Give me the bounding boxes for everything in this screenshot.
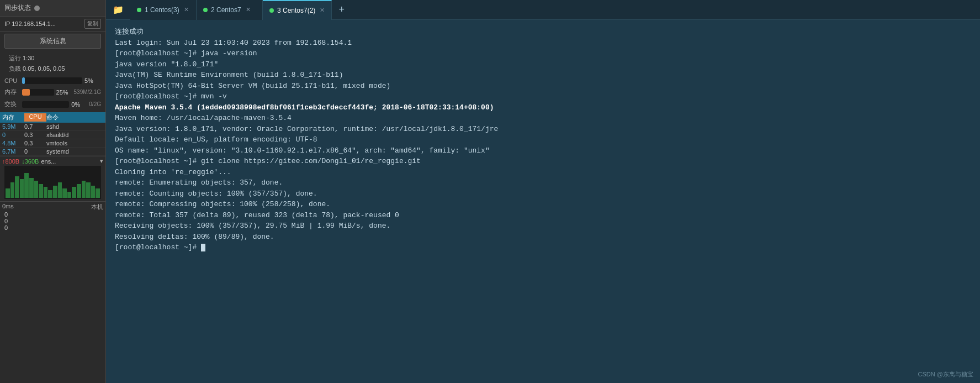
terminal-line: [root@localhost ~]# git clone https://gi… (115, 156, 971, 167)
process-row: 5.9M 0.7 sshd (0, 123, 105, 131)
mem-detail: 539M/2.1G (74, 89, 101, 95)
ping-values: 000 (2, 211, 103, 231)
tab-add-button[interactable]: + (332, 0, 351, 20)
chart-bar (82, 181, 86, 198)
terminal[interactable]: 连接成功Last login: Sun Jul 23 11:03:40 2023… (106, 20, 980, 383)
process-row: 4.8M 0.3 vmtools (0, 139, 105, 148)
proc-mem: 4.8M (2, 140, 24, 146)
ping-location: 本机 (91, 203, 103, 211)
terminal-line: Java version: 1.8.0_171, vendor: Oracle … (115, 124, 971, 135)
chart-bar (58, 182, 62, 198)
mem-stat-row: 内存 25% 539M/2.1G (0, 87, 105, 97)
chart-bar (86, 182, 91, 198)
chart-bar (34, 181, 39, 198)
terminal-line: Resolving deltas: 100% (89/89), done. (115, 232, 971, 243)
terminal-line: [root@localhost ~]# java -version (115, 48, 971, 59)
mem-bar-container (22, 89, 54, 96)
chart-bar (67, 192, 72, 198)
chart-bar (15, 176, 19, 198)
folder-icon[interactable]: 📁 (106, 0, 130, 19)
terminal-line: Java(TM) SE Runtime Environment (build 1… (115, 70, 971, 81)
tab-3[interactable]: 3 Centos7(2) ✕ (263, 0, 332, 20)
terminal-line: Default locale: en_US, platform encoding… (115, 134, 971, 145)
proc-cmd: systemd (46, 148, 103, 155)
swap-label: 交换 (4, 100, 22, 108)
tab-close-2[interactable]: ✕ (246, 6, 251, 13)
main-content: 📁 1 Centos(3) ✕ 2 Centos7 ✕ 3 Centos7(2)… (106, 0, 980, 383)
chart-bar (48, 190, 52, 198)
mem-bar-fill (22, 89, 30, 96)
network-section: ↑800B ↓360B ens... ▾ (0, 156, 105, 201)
terminal-line: Java HotSpot(TM) 64-Bit Server VM (build… (115, 81, 971, 92)
terminal-line: remote: Total 357 (delta 89), reused 323… (115, 210, 971, 221)
sync-status-header: 同步状态 (0, 0, 105, 17)
terminal-line: java version "1.8.0_171" (115, 59, 971, 70)
chart-bar (39, 184, 43, 198)
copy-button[interactable]: 复制 (84, 19, 101, 29)
swap-value: 0% (71, 101, 88, 108)
terminal-line: [root@localhost ~]# (115, 242, 971, 253)
chart-bar (77, 184, 81, 198)
tab-1[interactable]: 1 Centos(3) ✕ (130, 0, 197, 20)
run-load-section: 运行 1:30 负载 0.05, 0.05, 0.05 (0, 51, 105, 76)
load-label-value: 负载 0.05, 0.05, 0.05 (9, 65, 97, 73)
net-upload: ↑800B (2, 158, 19, 165)
tab-label-3: 3 Centos7(2) (277, 7, 315, 14)
terminal-line: Maven home: /usr/local/apache-maven-3.5.… (115, 113, 971, 124)
chart-bar (72, 187, 76, 198)
cpu-bar-container (22, 77, 82, 84)
cpu-bar-fill (22, 77, 25, 84)
chart-bar (62, 188, 67, 198)
chart-bar (91, 186, 96, 198)
proc-cpu: 0 (24, 148, 46, 155)
chart-bar (96, 188, 100, 198)
chart-bar (6, 188, 10, 198)
proc-cpu: 0.3 (24, 132, 46, 138)
process-table-header: 内存 CPU 命令 (0, 112, 105, 123)
load-row: 负载 0.05, 0.05, 0.05 (4, 64, 101, 74)
tab-bar: 📁 1 Centos(3) ✕ 2 Centos7 ✕ 3 Centos7(2)… (106, 0, 980, 20)
net-expand-icon[interactable]: ▾ (100, 158, 103, 165)
chart-bars (4, 166, 101, 199)
proc-cmd: vmtools (46, 140, 103, 146)
tab-label-1: 1 Centos(3) (145, 6, 179, 14)
tab-dot-1 (137, 8, 141, 12)
terminal-line: Cloning into 're_reggie'... (115, 167, 971, 178)
proc-cmd: xfsaild/d (46, 132, 103, 138)
terminal-line: Apache Maven 3.5.4 (1edded0938998edf8bf0… (115, 102, 971, 113)
watermark: CSDN @东离与糖宝 (918, 370, 973, 379)
proc-cpu: 0.7 (24, 123, 46, 130)
terminal-line: 连接成功 (115, 27, 971, 38)
tab-2[interactable]: 2 Centos7 ✕ (197, 0, 263, 20)
chart-bar (24, 173, 29, 198)
chart-bar (10, 182, 15, 198)
chart-bar (29, 178, 34, 198)
net-download: ↓360B (22, 158, 39, 165)
swap-bar-container (22, 101, 69, 108)
tab-close-3[interactable]: ✕ (320, 7, 325, 14)
tab-close-1[interactable]: ✕ (184, 6, 189, 13)
ping-value: 0 (4, 224, 101, 231)
proc-mem: 5.9M (2, 123, 24, 130)
proc-cpu: 0.3 (24, 140, 46, 146)
sys-info-button[interactable]: 系统信息 (4, 34, 101, 49)
ping-value: 0 (4, 218, 101, 224)
run-row: 运行 1:30 (4, 53, 101, 64)
terminal-line: OS name: "linux", version: "3.10.0-1160.… (115, 145, 971, 156)
mem-label: 内存 (4, 88, 22, 96)
terminal-line: remote: Counting objects: 100% (357/357)… (115, 188, 971, 200)
run-label-value: 运行 1:30 (9, 54, 97, 62)
tab-dot-3 (269, 8, 274, 13)
sidebar: 同步状态 IP 192.168.154.1... 复制 系统信息 运行 1:30… (0, 0, 106, 383)
tab-label-2: 2 Centos7 (211, 6, 241, 14)
proc-cmd: sshd (46, 123, 103, 130)
proc-mem: 0 (2, 132, 24, 138)
sync-status-label: 同步状态 (4, 3, 31, 13)
chart-bar (44, 187, 48, 198)
cpu-stat-row: CPU 5% (0, 76, 105, 85)
cpu-value: 5% (84, 77, 101, 84)
proc-mem: 6.7M (2, 148, 24, 155)
process-row: 6.7M 0 systemd (0, 148, 105, 156)
ip-row: IP 192.168.154.1... 复制 (0, 17, 105, 32)
chart-bar (53, 186, 57, 198)
